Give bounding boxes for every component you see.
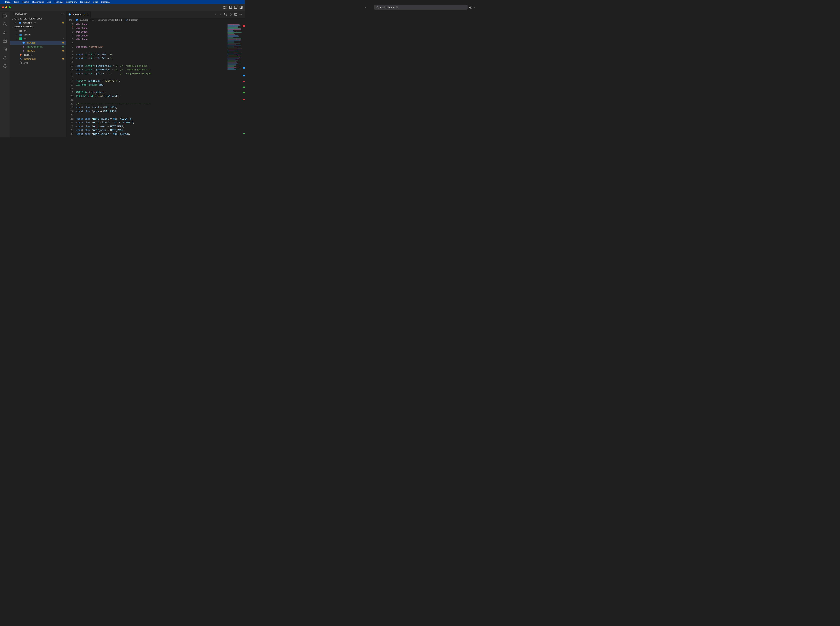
file-name: setenv.h <box>27 50 34 52</box>
close-icon[interactable]: × <box>14 21 17 24</box>
tree-item--pio[interactable]: ›.pio <box>10 28 66 33</box>
menu-терминал[interactable]: Терминал <box>80 1 90 3</box>
svg-rect-21 <box>5 41 6 42</box>
menu-выделение[interactable]: Выделение <box>32 1 44 3</box>
chevron-down-icon[interactable]: ⌄ <box>220 13 222 16</box>
ini-icon <box>19 57 22 60</box>
tab-label: main.cpp <box>73 13 82 16</box>
panel-left-icon[interactable] <box>229 6 232 9</box>
svg-point-25 <box>5 49 7 51</box>
more-icon[interactable]: ··· <box>239 13 242 16</box>
h-icon: h <box>22 45 25 48</box>
tab-main-cpp[interactable]: ++ main.cpp M × <box>66 11 91 18</box>
svg-rect-22 <box>5 39 7 41</box>
file-name: main.cpp <box>27 42 36 44</box>
line-gutter: ▶ 12345678910111213141516171819202122232… <box>66 22 76 138</box>
breadcrumb-item[interactable]: main.cpp <box>80 19 89 21</box>
tree-item--vscode[interactable]: ›.vscode <box>10 33 66 37</box>
menu-справка[interactable]: Справка <box>101 1 109 3</box>
scroll-marker <box>243 133 245 134</box>
chevron-down-icon: ⌄ <box>12 25 13 28</box>
menu-окно[interactable]: Окно <box>93 1 98 3</box>
svg-rect-51 <box>93 19 94 20</box>
file-dir: src <box>34 22 36 24</box>
open-editors-section[interactable]: ⌄ ОТКРЫТЫЕ РЕДАКТОРЫ <box>10 17 66 21</box>
breadcrumb-item[interactable]: src <box>69 19 72 21</box>
close-window-icon[interactable] <box>2 6 4 8</box>
menu-правка[interactable]: Правка <box>22 1 29 3</box>
cpp-icon: ++ <box>22 41 25 44</box>
search-bar-icon[interactable] <box>3 22 8 27</box>
tree-item-platformio-ini[interactable]: platformio.iniM <box>10 57 66 61</box>
scroll-marker <box>243 92 245 94</box>
minimize-window-icon[interactable] <box>5 6 8 8</box>
tree-item-main-cpp[interactable]: ++main.cppM <box>10 41 66 45</box>
scroll-marker <box>243 67 245 69</box>
project-section[interactable]: ⌄ ESP32C3-BME280 <box>10 25 66 28</box>
debug-icon[interactable] <box>3 30 8 35</box>
macos-menubar[interactable]: CodeФайлПравкаВыделениеВидПереходВыполни… <box>0 0 245 4</box>
tree-item-setenv-h[interactable]: hsetenv.hM <box>10 49 66 53</box>
split-editor-icon[interactable] <box>235 13 237 16</box>
svg-point-45 <box>224 13 225 14</box>
editor-tabs: ++ main.cpp M × ⌄ ··· <box>66 11 245 18</box>
minimap[interactable] <box>227 24 245 138</box>
modified-dot-icon: ● <box>63 38 64 40</box>
svg-point-32 <box>4 64 5 65</box>
extensions-icon[interactable] <box>3 39 8 43</box>
svg-text:++: ++ <box>19 22 21 23</box>
project-label: ESP32C3-BME280 <box>14 25 33 28</box>
plug-icon[interactable] <box>229 13 232 16</box>
tree-item-src[interactable]: ⌄src● <box>10 37 66 41</box>
panel-right-icon[interactable] <box>239 6 242 9</box>
maximize-window-icon[interactable] <box>9 6 11 8</box>
struct-icon <box>92 19 94 21</box>
tree-item--gitignore[interactable]: .gitignore <box>10 53 66 57</box>
more-icon[interactable]: ··· <box>61 13 64 15</box>
menu-переход[interactable]: Переход <box>54 1 63 3</box>
tree-item-sync[interactable]: sync <box>10 61 66 65</box>
editor: ++ main.cpp M × ⌄ ··· <box>66 11 245 138</box>
menu-code[interactable]: Code <box>5 1 11 3</box>
field-icon <box>125 19 128 21</box>
svg-rect-10 <box>229 6 230 9</box>
svg-rect-20 <box>3 41 5 42</box>
remote-icon[interactable] <box>3 47 8 52</box>
breadcrumb-item[interactable]: __unnamed_struct_11b6_1 <box>95 19 122 21</box>
git-status-badge: M <box>62 58 64 60</box>
open-editor-item[interactable]: × ++ main.cpp src M <box>10 21 66 25</box>
file-name: .gitignore <box>23 53 33 56</box>
svg-text:++: ++ <box>69 14 70 15</box>
panel-bottom-icon[interactable] <box>234 6 237 9</box>
breadcrumb-item[interactable]: bufRoom <box>129 19 138 21</box>
scroll-marker <box>243 86 245 88</box>
platformio-icon[interactable] <box>3 64 8 69</box>
git-icon <box>19 53 22 56</box>
code-area[interactable]: ▶ 12345678910111213141516171819202122232… <box>66 22 245 138</box>
compare-icon[interactable] <box>224 13 227 16</box>
git-status-badge: M <box>83 13 86 16</box>
file-icon <box>19 61 22 64</box>
svg-point-40 <box>21 55 21 55</box>
svg-point-29 <box>5 66 6 66</box>
file-name: main.cpp <box>23 22 32 24</box>
menu-выполнить[interactable]: Выполнить <box>66 1 77 3</box>
chevron-right-icon: › <box>124 19 124 21</box>
layout-grid-icon[interactable] <box>224 6 227 9</box>
menu-вид[interactable]: Вид <box>47 1 51 3</box>
explorer-icon[interactable] <box>3 13 8 18</box>
svg-rect-11 <box>235 6 237 9</box>
breadcrumb[interactable]: src › main.cpp › __unnamed_struct_11b6_1… <box>66 18 245 22</box>
run-icon[interactable] <box>215 13 218 16</box>
scroll-markers <box>243 24 245 138</box>
folder-vs-icon <box>19 33 22 36</box>
testing-icon[interactable] <box>3 55 8 60</box>
code-content[interactable]: #include #include #include #include #inc… <box>76 22 245 138</box>
chevron-right-icon: › <box>90 19 91 21</box>
svg-text:++: ++ <box>23 42 24 43</box>
menu-файл[interactable]: Файл <box>14 1 19 3</box>
svg-point-39 <box>20 55 21 55</box>
tree-item-setenv_source-h[interactable]: hsetenv_source.hU <box>10 45 66 49</box>
close-icon[interactable]: × <box>88 13 89 16</box>
sidebar: ПРОВОДНИК ··· ⌄ ОТКРЫТЫЕ РЕДАКТОРЫ × ++ … <box>10 11 66 138</box>
